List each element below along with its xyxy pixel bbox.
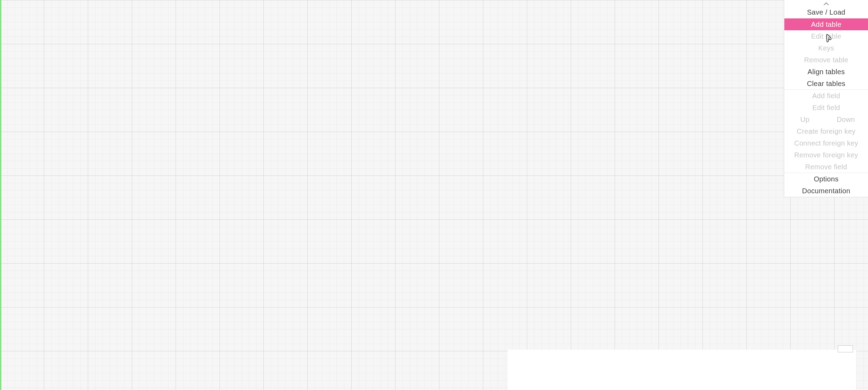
field-operations-group: Add field Edit field UpDown Create forei… <box>784 90 868 173</box>
table-operations-group: Add table Edit table Keys Remove table A… <box>784 18 868 90</box>
add-field-button: Add field <box>784 90 868 102</box>
keys-button: Keys <box>784 42 868 54</box>
design-canvas[interactable] <box>0 0 868 390</box>
minimap-panel <box>508 350 856 390</box>
move-up-button: Up <box>784 114 825 125</box>
align-tables-button[interactable]: Align tables <box>784 66 868 78</box>
move-down-button: Down <box>825 114 867 125</box>
chevron-up-icon <box>823 0 829 7</box>
documentation-button[interactable]: Documentation <box>784 185 868 197</box>
remove-table-button: Remove table <box>784 54 868 66</box>
canvas-left-highlight <box>0 0 1 390</box>
collapse-button[interactable] <box>784 0 868 6</box>
footer-group: Options Documentation <box>784 173 868 197</box>
sidebar-panel: Save / Load Add table Edit table Keys Re… <box>784 0 868 197</box>
save-load-button[interactable]: Save / Load <box>784 6 868 18</box>
edit-field-button: Edit field <box>784 102 868 114</box>
add-table-button[interactable]: Add table <box>784 18 868 30</box>
remove-field-button: Remove field <box>784 161 868 173</box>
connect-foreign-key-button: Connect foreign key <box>784 137 868 149</box>
edit-table-button: Edit table <box>784 30 868 42</box>
remove-foreign-key-button: Remove foreign key <box>784 149 868 161</box>
options-button[interactable]: Options <box>784 173 868 185</box>
create-foreign-key-button: Create foreign key <box>784 125 868 137</box>
minimap-input[interactable] <box>838 345 853 352</box>
clear-tables-button[interactable]: Clear tables <box>784 78 868 89</box>
